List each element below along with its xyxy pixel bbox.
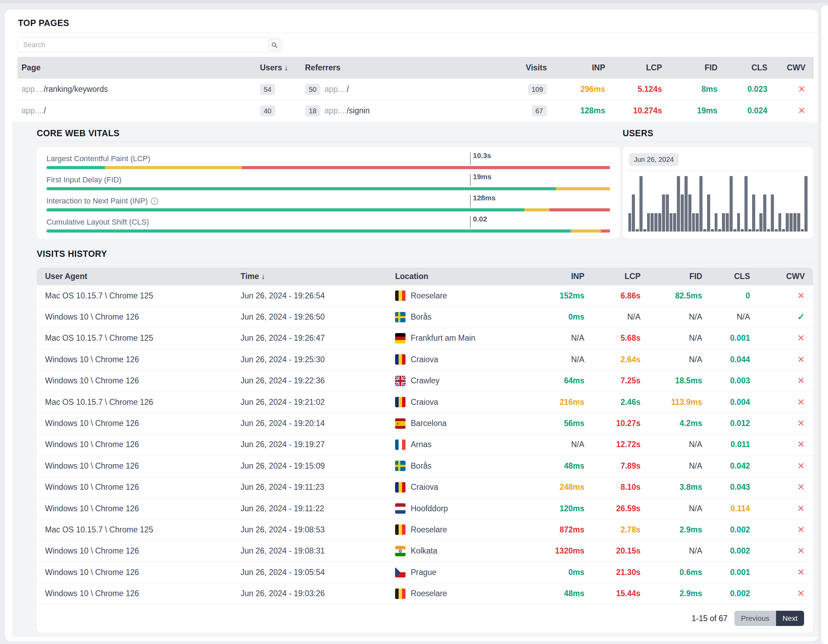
inp-value: 48ms: [564, 461, 584, 470]
analytics-dashboard-card: TOP PAGES PageUsers ↓ReferrersVisitsINPL…: [5, 10, 818, 641]
cwv-cell: ✕: [755, 545, 813, 556]
histogram-bar: [722, 213, 725, 232]
histogram-bar: [628, 213, 632, 232]
lcp-value: 15.44s: [616, 589, 640, 598]
column-header-users[interactable]: Users ↓: [247, 63, 295, 72]
visit-row: Mac OS 10.15.7 \ Chrome 125Jun 26, 2024 …: [37, 519, 813, 541]
user-agent-cell: Mac OS 10.15.7 \ Chrome 125: [37, 525, 232, 534]
next-page-button[interactable]: Next: [776, 611, 804, 626]
cwv-cell: ✕: [755, 375, 813, 386]
fid-value: N/A: [689, 334, 702, 342]
referrer-prefix: app....: [325, 85, 347, 94]
search-button[interactable]: [268, 39, 281, 51]
fid-value: N/A: [689, 312, 702, 321]
cls-value: 0.002: [730, 525, 750, 534]
fid-cell: N/A: [645, 461, 707, 471]
fid-cell: 2.9ms: [645, 525, 707, 534]
lcp-value: 6.86s: [620, 291, 640, 300]
top-pages-table-body: app..../ranking/keywords5450app..../1092…: [17, 79, 814, 122]
fid-cell: 3.8ms: [645, 483, 707, 492]
users-cell: 54: [247, 84, 295, 95]
page-prefix: app....: [22, 85, 44, 94]
referrers-cell: 50app..../: [295, 84, 493, 95]
column-header-lcp: LCP: [610, 63, 667, 72]
histogram-bar: [752, 194, 755, 232]
fid-cell: 0.6ms: [645, 568, 707, 577]
lcp-value: N/A: [627, 312, 640, 321]
gb-flag-icon: [395, 376, 406, 386]
info-icon[interactable]: i: [151, 197, 158, 205]
page-top-strip: [0, 0, 828, 3]
previous-page-button[interactable]: Previous: [734, 611, 776, 626]
inp-value: N/A: [571, 440, 584, 449]
referrer-path: /signin: [347, 106, 370, 115]
user-agent-cell: Windows 10 \ Chrome 126: [37, 419, 232, 428]
web-vital-metric: Interaction to Next Paint (INP)i128ms: [47, 193, 610, 214]
city-label: Borås: [411, 312, 431, 322]
marker-value: 19ms: [473, 172, 492, 181]
referrer-count-badge: 18: [305, 105, 320, 116]
metric-label-text: First Input Delay (FID): [47, 175, 121, 184]
inp-value: 56ms: [564, 419, 584, 428]
referrer-path: /: [347, 85, 349, 94]
fid-value: 4.2ms: [680, 419, 702, 428]
divider: [37, 142, 620, 142]
cls-value: 0.012: [730, 419, 750, 428]
marker-value: 128ms: [473, 194, 496, 202]
histogram-bar: [673, 213, 676, 232]
in-flag-icon: [395, 546, 406, 556]
search-bar: [17, 38, 282, 52]
fid-value: 0.6ms: [680, 568, 702, 577]
location-cell: Borås: [385, 312, 527, 322]
visit-row: Windows 10 \ Chrome 126Jun 26, 2024 - 19…: [37, 477, 813, 498]
visit-row: Mac OS 10.15.7 \ Chrome 125Jun 26, 2024 …: [37, 285, 813, 306]
referrer-url: app..../signin: [325, 106, 370, 116]
inp-cell: 248ms: [527, 483, 589, 492]
fid-value: 113.9ms: [671, 398, 702, 407]
histogram-bar: [756, 229, 759, 232]
marker-line: [470, 195, 470, 207]
visits-history-section: VISITS HISTORY User AgentTime ↓LocationI…: [37, 249, 813, 633]
histogram-bar: [688, 194, 692, 232]
needs-improvement-segment: [524, 208, 549, 212]
inp-value: 0ms: [568, 312, 584, 321]
inp-cell: 0ms: [527, 568, 589, 577]
inp-cell: 128ms: [552, 106, 610, 116]
good-segment: [47, 229, 571, 233]
user-agent-cell: Windows 10 \ Chrome 126: [37, 568, 232, 577]
column-header-visits: Visits: [493, 63, 552, 72]
inp-value: 48ms: [564, 589, 584, 598]
column-header-time[interactable]: Time ↓: [232, 272, 385, 281]
cwv-cell: ✕: [755, 333, 813, 343]
referrer-url: app..../: [325, 85, 349, 94]
column-header-lcp: LCP: [589, 272, 645, 281]
histogram-bar: [801, 229, 804, 232]
inp-value: 0ms: [568, 568, 584, 577]
inp-value: 64ms: [564, 376, 584, 385]
visit-row: Windows 10 \ Chrome 126Jun 26, 2024 - 19…: [37, 434, 813, 456]
divider: [623, 142, 814, 142]
inp-value: 216ms: [560, 398, 584, 407]
poor-segment: [242, 166, 610, 169]
cls-cell: 0.002: [707, 525, 755, 534]
cls-cell: 0.002: [707, 589, 755, 598]
city-label: Prague: [411, 568, 436, 577]
lcp-value: 21.30s: [616, 568, 640, 577]
location-cell: Craiova: [385, 397, 527, 407]
cwv-cell: ✕: [772, 84, 814, 95]
page-cell[interactable]: app..../ranking/keywords: [17, 85, 247, 94]
divider: [17, 33, 818, 33]
page-cell[interactable]: app..../: [17, 106, 247, 116]
page-prefix: app....: [22, 106, 44, 115]
search-input[interactable]: [17, 38, 282, 52]
time-cell: Jun 26, 2024 - 19:15:09: [232, 461, 385, 471]
user-agent-cell: Windows 10 \ Chrome 126: [37, 355, 232, 364]
fid-cell: N/A: [645, 440, 707, 449]
histogram-bar: [737, 213, 740, 232]
metric-distribution-bar: [47, 187, 610, 190]
inp-cell: 64ms: [527, 376, 589, 385]
cls-value: 0.001: [730, 568, 750, 577]
cwv-fail-icon: ✕: [797, 503, 805, 514]
metric-label: First Input Delay (FID): [47, 175, 610, 185]
fid-cell: 82.5ms: [645, 291, 707, 301]
